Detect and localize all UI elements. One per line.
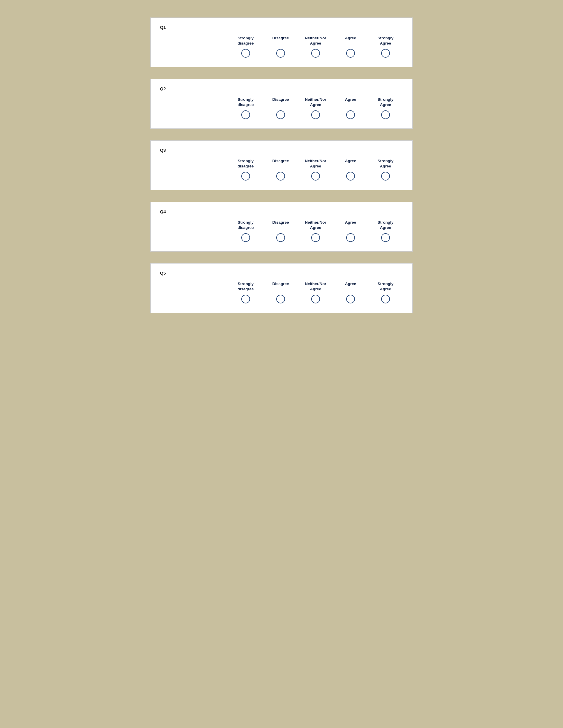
option-label-strongly-disagree: Stronglydisagree (237, 158, 254, 169)
likert-option-strongly-disagree: Stronglydisagree (228, 158, 263, 181)
radio-q3-agree[interactable] (346, 172, 355, 181)
option-label-neither: Neither/NorAgree (305, 36, 327, 46)
radio-q1-strongly-agree[interactable] (381, 49, 390, 58)
radio-q2-strongly-agree[interactable] (381, 110, 390, 119)
option-label-neither: Neither/NorAgree (305, 220, 327, 230)
option-label-strongly-disagree: Stronglydisagree (237, 97, 254, 107)
radio-q5-agree[interactable] (346, 295, 355, 303)
likert-option-disagree: Disagree (263, 220, 298, 242)
likert-option-neither: Neither/NorAgree (298, 158, 333, 181)
likert-option-neither: Neither/NorAgree (298, 36, 333, 58)
option-label-disagree: Disagree (272, 158, 289, 169)
question-label-q2: Q2 (160, 86, 403, 91)
likert-option-agree: Agree (333, 158, 368, 181)
option-label-disagree: Disagree (272, 97, 289, 107)
question-card-q2: Q2StronglydisagreeDisagreeNeither/NorAgr… (150, 79, 413, 129)
likert-option-strongly-disagree: Stronglydisagree (228, 281, 263, 303)
survey-container: Q1StronglydisagreeDisagreeNeither/NorAgr… (150, 17, 413, 313)
radio-q3-strongly-disagree[interactable] (241, 172, 250, 181)
option-label-strongly-agree: StronglyAgree (378, 158, 394, 169)
option-label-disagree: Disagree (272, 220, 289, 230)
radio-q5-strongly-disagree[interactable] (241, 295, 250, 303)
option-label-strongly-disagree: Stronglydisagree (237, 36, 254, 46)
option-label-strongly-disagree: Stronglydisagree (237, 220, 254, 230)
option-label-disagree: Disagree (272, 36, 289, 46)
radio-q1-strongly-disagree[interactable] (241, 49, 250, 58)
radio-q5-neither[interactable] (311, 295, 320, 303)
likert-row-q2: StronglydisagreeDisagreeNeither/NorAgree… (160, 97, 403, 119)
radio-q3-disagree[interactable] (276, 172, 285, 181)
likert-option-strongly-agree: StronglyAgree (368, 36, 403, 58)
radio-q4-disagree[interactable] (276, 233, 285, 242)
likert-option-neither: Neither/NorAgree (298, 281, 333, 303)
radio-q3-strongly-agree[interactable] (381, 172, 390, 181)
question-label-q5: Q5 (160, 271, 403, 275)
likert-row-q3: StronglydisagreeDisagreeNeither/NorAgree… (160, 158, 403, 181)
radio-q1-neither[interactable] (311, 49, 320, 58)
question-label-q4: Q4 (160, 209, 403, 214)
question-card-q4: Q4StronglydisagreeDisagreeNeither/NorAgr… (150, 202, 413, 252)
option-label-agree: Agree (345, 220, 356, 230)
option-label-strongly-disagree: Stronglydisagree (237, 281, 254, 292)
radio-q4-strongly-disagree[interactable] (241, 233, 250, 242)
radio-q4-strongly-agree[interactable] (381, 233, 390, 242)
radio-q5-strongly-agree[interactable] (381, 295, 390, 303)
option-label-disagree: Disagree (272, 281, 289, 292)
radio-q2-agree[interactable] (346, 110, 355, 119)
option-label-neither: Neither/NorAgree (305, 97, 327, 107)
radio-q5-disagree[interactable] (276, 295, 285, 303)
option-label-strongly-agree: StronglyAgree (378, 36, 394, 46)
likert-option-disagree: Disagree (263, 97, 298, 119)
radio-q4-neither[interactable] (311, 233, 320, 242)
likert-option-strongly-agree: StronglyAgree (368, 220, 403, 242)
question-card-q3: Q3StronglydisagreeDisagreeNeither/NorAgr… (150, 140, 413, 190)
option-label-agree: Agree (345, 158, 356, 169)
likert-row-q1: StronglydisagreeDisagreeNeither/NorAgree… (160, 36, 403, 58)
radio-q4-agree[interactable] (346, 233, 355, 242)
likert-option-strongly-agree: StronglyAgree (368, 97, 403, 119)
likert-option-strongly-agree: StronglyAgree (368, 158, 403, 181)
option-label-neither: Neither/NorAgree (305, 281, 327, 292)
likert-option-strongly-agree: StronglyAgree (368, 281, 403, 303)
likert-row-q5: StronglydisagreeDisagreeNeither/NorAgree… (160, 281, 403, 303)
likert-option-strongly-disagree: Stronglydisagree (228, 36, 263, 58)
likert-option-neither: Neither/NorAgree (298, 220, 333, 242)
question-label-q3: Q3 (160, 148, 403, 153)
likert-option-disagree: Disagree (263, 281, 298, 303)
radio-q2-strongly-disagree[interactable] (241, 110, 250, 119)
option-label-agree: Agree (345, 36, 356, 46)
question-card-q1: Q1StronglydisagreeDisagreeNeither/NorAgr… (150, 17, 413, 67)
option-label-strongly-agree: StronglyAgree (378, 281, 394, 292)
option-label-agree: Agree (345, 97, 356, 107)
option-label-neither: Neither/NorAgree (305, 158, 327, 169)
likert-option-agree: Agree (333, 220, 368, 242)
likert-option-disagree: Disagree (263, 36, 298, 58)
likert-option-disagree: Disagree (263, 158, 298, 181)
likert-row-q4: StronglydisagreeDisagreeNeither/NorAgree… (160, 220, 403, 242)
likert-option-strongly-disagree: Stronglydisagree (228, 97, 263, 119)
radio-q1-agree[interactable] (346, 49, 355, 58)
question-label-q1: Q1 (160, 25, 403, 30)
radio-q1-disagree[interactable] (276, 49, 285, 58)
radio-q2-disagree[interactable] (276, 110, 285, 119)
option-label-agree: Agree (345, 281, 356, 292)
radio-q3-neither[interactable] (311, 172, 320, 181)
radio-q2-neither[interactable] (311, 110, 320, 119)
likert-option-strongly-disagree: Stronglydisagree (228, 220, 263, 242)
option-label-strongly-agree: StronglyAgree (378, 220, 394, 230)
likert-option-agree: Agree (333, 281, 368, 303)
question-card-q5: Q5StronglydisagreeDisagreeNeither/NorAgr… (150, 263, 413, 313)
likert-option-agree: Agree (333, 97, 368, 119)
option-label-strongly-agree: StronglyAgree (378, 97, 394, 107)
likert-option-agree: Agree (333, 36, 368, 58)
likert-option-neither: Neither/NorAgree (298, 97, 333, 119)
